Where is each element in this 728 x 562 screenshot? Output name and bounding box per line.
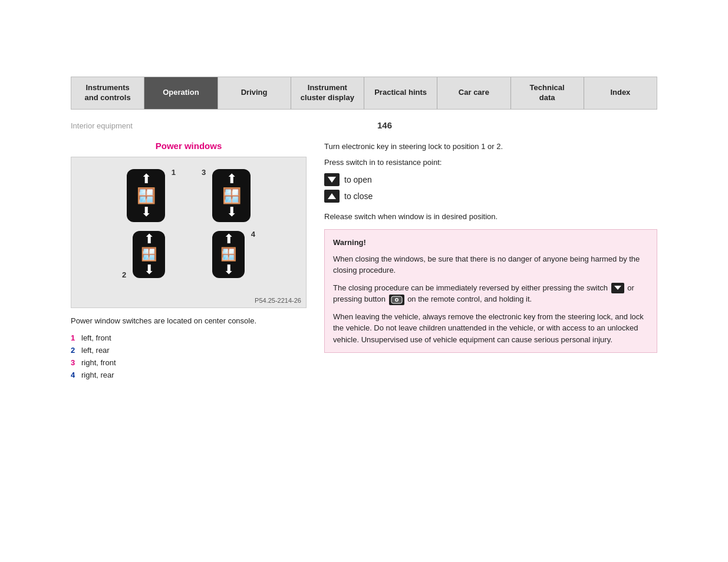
instruction-line3: Release switch when window is in desired… <box>324 211 657 223</box>
switch-up-icon: ⬆ <box>141 173 151 186</box>
nav-item-instruments[interactable]: Instruments and controls <box>71 77 144 109</box>
switch-down-icon: ⬇ <box>141 206 151 219</box>
item-1-text: left, front <box>81 333 111 342</box>
window-switch-1[interactable]: ⬆ 🪟 ⬇ <box>127 169 165 222</box>
switch-3-container: 3 ⬆ 🪟 ⬇ <box>212 169 251 222</box>
list-item-3: 3 right, front <box>71 358 307 367</box>
svg-marker-2 <box>614 286 621 290</box>
warning-box: Warning! When closing the windows, be su… <box>324 229 657 353</box>
warning-para1: When closing the windows, be sure that t… <box>333 253 648 276</box>
list-item-2: 2 left, rear <box>71 346 307 355</box>
switch-up-icon-2: ⬆ <box>144 233 154 246</box>
item-2-text: left, rear <box>81 346 110 355</box>
switch-1-number: 1 <box>172 168 176 177</box>
item-4-num: 4 <box>71 371 78 379</box>
switch-3-number: 3 <box>202 168 206 177</box>
location-text: Power window switches are located on cen… <box>71 316 307 325</box>
switch-up-icon-3: ⬆ <box>226 173 237 186</box>
warning-para2-text3: on the remote control, and holding it. <box>407 295 532 303</box>
nav-item-operation[interactable]: Operation <box>144 77 218 109</box>
open-row: to open <box>324 173 657 186</box>
warning-title: Warning! <box>333 237 648 249</box>
navigation-bar: Instruments and controls Operation Drivi… <box>71 77 657 110</box>
nav-item-cluster[interactable]: Instrument cluster display <box>291 77 364 109</box>
page-number: 146 <box>377 120 392 130</box>
window-diagram: ⬆ 🪟 ⬇ 1 3 ⬆ 🪟 ⬇ <box>71 157 307 308</box>
item-3-text: right, front <box>81 358 116 367</box>
nav-item-carcare[interactable]: Car care <box>437 77 510 109</box>
diagram-bottom-row: 2 ⬆ 🪟 ⬇ ⬆ 🪟 ⬇ 4 <box>133 231 245 278</box>
warning-para2: The closing procedure can be immediately… <box>333 282 648 305</box>
page-content: Interior equipment 146 Power windows ⬆ 🪟… <box>71 110 657 389</box>
page-header: Interior equipment 146 <box>71 115 657 135</box>
right-column: Turn electronic key in steering lock to … <box>324 141 657 383</box>
main-columns: Power windows ⬆ 🪟 ⬇ 1 <box>71 141 657 383</box>
switch-1-container: ⬆ 🪟 ⬇ 1 <box>127 169 165 222</box>
nav-item-technical[interactable]: Technical data <box>511 77 584 109</box>
section-title: Power windows <box>71 141 307 151</box>
window-icon-4: 🪟 <box>220 248 236 261</box>
inline-remote-icon <box>389 295 404 305</box>
svg-marker-1 <box>328 193 336 199</box>
window-switch-3[interactable]: ⬆ 🪟 ⬇ <box>212 169 251 222</box>
diagram-caption: P54.25-2214-26 <box>255 297 301 304</box>
close-row: to close <box>324 190 657 203</box>
switch-4-container: ⬆ 🪟 ⬇ 4 <box>212 231 245 278</box>
svg-marker-0 <box>328 177 336 183</box>
warning-para2-text1: The closing procedure can be immediately… <box>333 283 610 292</box>
instruction-line2: Press switch in to resistance point: <box>324 157 657 168</box>
diagram-top-row: ⬆ 🪟 ⬇ 1 3 ⬆ 🪟 ⬇ <box>127 169 251 222</box>
warning-para3: When leaving the vehicle, always remove … <box>333 311 648 346</box>
list-item-1: 1 left, front <box>71 333 307 342</box>
window-icon: 🪟 <box>137 188 156 203</box>
switch-down-icon-4: ⬇ <box>223 263 234 276</box>
item-4-text: right, rear <box>81 371 114 379</box>
close-icon <box>324 190 340 203</box>
item-1-num: 1 <box>71 333 78 342</box>
switch-up-icon-4: ⬆ <box>223 233 234 246</box>
switch-down-icon-3: ⬇ <box>226 206 237 219</box>
window-icon-3: 🪟 <box>222 188 241 203</box>
nav-item-index[interactable]: Index <box>584 77 657 109</box>
switch-2-container: 2 ⬆ 🪟 ⬇ <box>133 231 165 278</box>
breadcrumb: Interior equipment <box>71 121 133 130</box>
instruction-line1: Turn electronic key in steering lock to … <box>324 141 657 153</box>
item-2-num: 2 <box>71 346 78 355</box>
numbered-list: 1 left, front 2 left, rear 3 right, fron… <box>71 333 307 379</box>
close-label: to close <box>344 191 373 201</box>
nav-item-driving[interactable]: Driving <box>218 77 291 109</box>
svg-point-5 <box>396 299 397 300</box>
nav-item-practical[interactable]: Practical hints <box>364 77 437 109</box>
open-icon <box>324 173 340 186</box>
open-label: to open <box>344 175 372 184</box>
left-column: Power windows ⬆ 🪟 ⬇ 1 <box>71 141 307 383</box>
switch-4-number: 4 <box>251 230 255 239</box>
item-3-num: 3 <box>71 358 78 367</box>
inline-open-icon <box>611 283 624 293</box>
list-item-4: 4 right, rear <box>71 371 307 379</box>
window-switch-4[interactable]: ⬆ 🪟 ⬇ <box>212 231 245 278</box>
switch-2-number: 2 <box>122 270 126 279</box>
window-icon-2: 🪟 <box>141 248 157 261</box>
switch-down-icon-2: ⬇ <box>144 263 154 276</box>
window-switch-2[interactable]: ⬆ 🪟 ⬇ <box>133 231 165 278</box>
